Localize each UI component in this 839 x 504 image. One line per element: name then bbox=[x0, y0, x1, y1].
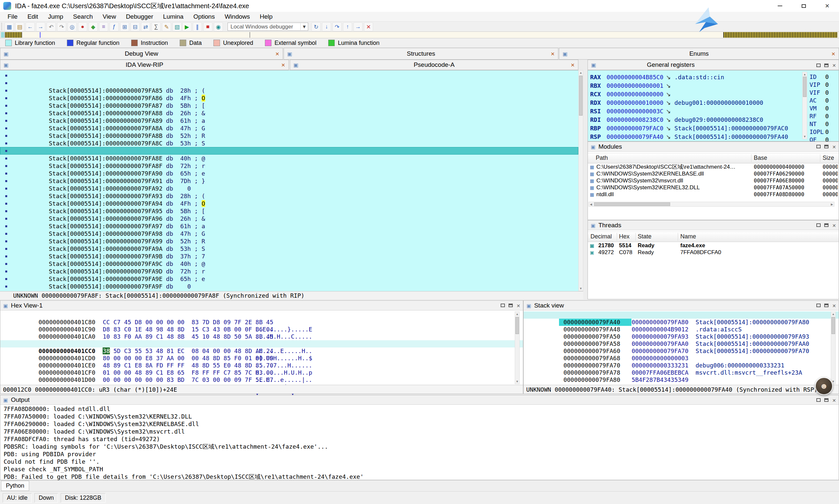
stack-view-title-bar[interactable]: Stack view bbox=[524, 301, 839, 310]
stack-row[interactable]: 000000000079FA700000000000333231debug006… bbox=[524, 355, 839, 362]
toolbar-icon[interactable]: ◆ bbox=[88, 22, 98, 32]
stack-row[interactable]: 000000000079FA50000000000079FA93Stack[00… bbox=[524, 326, 839, 333]
disasm-line[interactable]: Stack[00005514]:000000000079FA91 db 7Dh … bbox=[0, 162, 578, 169]
registers-scrollbar[interactable] bbox=[802, 72, 807, 139]
scrollbar-thumb[interactable] bbox=[579, 76, 583, 115]
hex-row[interactable]: 0000000000401CA010 83 F0 AA 89 C1 48 8B … bbox=[0, 326, 523, 333]
column-header-decimal[interactable]: Decimal bbox=[590, 233, 612, 240]
disasm-line[interactable]: Stack[00005514]:000000000079FA9E db 65h … bbox=[0, 260, 578, 268]
disasm-line[interactable]: Stack[00005514]:000000000079FA8F db 72h … bbox=[0, 147, 578, 155]
toolbar-icon[interactable]: ∑ bbox=[152, 22, 161, 32]
register-value[interactable]: 00000000008238C0 bbox=[606, 115, 666, 124]
toolbar-icon[interactable]: ▧ bbox=[172, 22, 182, 32]
menu-item[interactable]: Lumina bbox=[158, 12, 188, 21]
toolbar-grip[interactable] bbox=[1, 23, 3, 30]
menu-item[interactable]: File bbox=[3, 12, 23, 21]
menu-item[interactable]: Help bbox=[255, 12, 277, 21]
hex-row[interactable]: 0000000000401CE048 89 C1 E8 8A FD FF FF … bbox=[0, 355, 523, 362]
hex-row[interactable]: 0000000000401C80CC C7 45 D8 00 00 00 00 … bbox=[0, 311, 523, 319]
hex-scrollbar[interactable] bbox=[515, 311, 520, 384]
register-row[interactable]: RSI 000000000000003C ↘ bbox=[588, 107, 839, 115]
maximize-panel-icon[interactable] bbox=[816, 304, 821, 307]
close-panel-icon[interactable] bbox=[516, 302, 520, 309]
scrollbar-thumb[interactable] bbox=[515, 317, 519, 334]
menu-item[interactable]: View bbox=[98, 12, 121, 21]
step-toolbar-icon[interactable]: ✕ bbox=[364, 22, 373, 32]
column-header-name[interactable]: Name bbox=[680, 233, 696, 240]
toolbar-icon[interactable]: ⊟ bbox=[131, 22, 140, 32]
close-panel-icon[interactable] bbox=[832, 222, 836, 229]
toolbar-icon[interactable]: ← bbox=[25, 22, 35, 32]
modules-title-bar[interactable]: Modules bbox=[588, 142, 839, 151]
debug-toolbar-icon[interactable]: ▶ bbox=[182, 22, 191, 32]
toolbar-icon[interactable]: ● bbox=[78, 22, 87, 32]
close-view-icon[interactable] bbox=[281, 61, 285, 69]
step-toolbar-icon[interactable]: → bbox=[354, 22, 363, 32]
stack-row[interactable]: 000000000079FA60000000000079FA70Stack[00… bbox=[524, 340, 839, 347]
stack-row[interactable]: 000000000079FA680000000000000003 bbox=[524, 347, 839, 355]
flag-row[interactable]: AC 0 bbox=[809, 96, 829, 105]
stack-row[interactable]: 000000000079FA58000000000079FAA0Stack[00… bbox=[524, 333, 839, 340]
disasm-line[interactable]: Stack[00005514]:000000000079FA89 db 61h … bbox=[0, 102, 578, 109]
disasm-line[interactable]: Stack[00005514]:000000000079FA8C db 53h … bbox=[0, 124, 578, 132]
menu-item[interactable]: Edit bbox=[23, 12, 43, 21]
menu-item[interactable]: Jump bbox=[43, 12, 68, 21]
toolbar-icon[interactable]: ƒ bbox=[109, 22, 119, 32]
debug-toolbar-icon[interactable]: ∥ bbox=[193, 22, 202, 32]
toolbar-icon[interactable]: ⊞ bbox=[120, 22, 129, 32]
disasm-line[interactable]: Stack[00005514]:000000000079FA8A db 47h … bbox=[0, 109, 578, 117]
register-value[interactable]: 0000000000000001 bbox=[606, 82, 666, 90]
close-panel-icon[interactable] bbox=[832, 61, 836, 69]
hex-row[interactable]: 0000000000401D1078 03 00 00 00 00 00 00 … bbox=[0, 376, 523, 383]
disasm-line[interactable]: Stack[00005514]:000000000079FA96 db 26h … bbox=[0, 200, 578, 207]
close-view-icon[interactable] bbox=[831, 50, 835, 57]
thread-row[interactable]: 49272 C078 Ready 7FFA08DFCFA0 bbox=[588, 249, 839, 256]
register-row[interactable]: RDI 00000000008238C0 ↘ debug029:00000000… bbox=[588, 115, 839, 124]
flag-row[interactable]: VIF 0 bbox=[809, 89, 829, 96]
register-value[interactable]: 0000000000010000 bbox=[606, 98, 666, 107]
disasm-line[interactable]: Stack[00005514]:000000000079FA86 db 4Fh … bbox=[0, 79, 578, 87]
command-line-row[interactable]: Python bbox=[0, 480, 839, 491]
thread-row[interactable]: 21780 5514 Ready faze4.exe bbox=[588, 242, 839, 249]
column-header-hex[interactable]: Hex bbox=[619, 233, 630, 240]
stack-scrollbar[interactable] bbox=[831, 311, 836, 384]
toolbar-icon[interactable]: → bbox=[36, 22, 45, 32]
disasm-line[interactable]: Stack[00005514]:000000000079FA8B db 52h … bbox=[0, 117, 578, 124]
toolbar-icon[interactable]: ◎ bbox=[68, 22, 77, 32]
python-interpreter-tab[interactable]: Python bbox=[1, 481, 29, 491]
toolbar-icon[interactable]: ✎ bbox=[162, 22, 171, 32]
flag-row[interactable]: NT 0 bbox=[809, 120, 829, 128]
float-panel-icon[interactable] bbox=[824, 304, 828, 307]
menu-item[interactable]: Debugger bbox=[121, 12, 158, 21]
tab-pseudocode-a[interactable]: Pseudocode-A bbox=[290, 59, 578, 70]
scrollbar-thumb[interactable] bbox=[594, 202, 670, 206]
maximize-panel-icon[interactable] bbox=[816, 223, 821, 227]
close-panel-icon[interactable] bbox=[832, 143, 836, 150]
hex-row[interactable]: 0000000000401C90D8 83 C0 1E 48 98 48 8D … bbox=[0, 319, 523, 326]
disasm-line[interactable]: Stack[00005514]:000000000079FA9F db 0 bbox=[0, 268, 578, 275]
close-view-icon[interactable] bbox=[275, 50, 279, 57]
register-row[interactable]: RCX 0000000000000000 ↘ bbox=[588, 90, 839, 98]
float-panel-icon[interactable] bbox=[824, 64, 828, 67]
minimize-button[interactable] bbox=[768, 0, 792, 12]
step-toolbar-icon[interactable]: ↷ bbox=[332, 22, 342, 32]
register-row[interactable]: RBP 000000000079FAC0 ↘ Stack[00005514]:0… bbox=[588, 124, 839, 133]
flag-row[interactable]: VM 0 bbox=[809, 105, 829, 112]
disasm-line[interactable]: Stack[00005514]:000000000079FA9D db 72h … bbox=[0, 252, 578, 260]
hex-row[interactable]: 0000000000401D0000 00 00 00 00 00 83 BD … bbox=[0, 369, 523, 376]
toolbar-icon[interactable]: ↶ bbox=[47, 22, 56, 32]
register-value[interactable]: 00000000004B85C0 bbox=[606, 73, 666, 82]
module-row[interactable]: ntdll.dll 00007FFA08D80000 000000 bbox=[588, 191, 839, 198]
flag-row[interactable]: RF 0 bbox=[809, 112, 829, 120]
toolbar-icon[interactable]: ↷ bbox=[57, 22, 66, 32]
maximize-panel-icon[interactable] bbox=[816, 145, 821, 148]
disasm-line[interactable]: Stack[00005514]:000000000079FAA0 db 0 bbox=[0, 275, 578, 283]
close-view-icon[interactable] bbox=[570, 61, 575, 69]
register-row[interactable]: RDX 0000000000010000 ↘ debug001:00000000… bbox=[588, 98, 839, 107]
floating-bird-logo[interactable] bbox=[691, 5, 721, 34]
stack-row[interactable]: 000000000079FA40000000000079FA80Stack[00… bbox=[524, 311, 839, 319]
column-header-state[interactable]: State bbox=[638, 233, 651, 240]
disasm-line[interactable]: Stack[00005514]:000000000079FA99 db 52h … bbox=[0, 222, 578, 230]
float-panel-icon[interactable] bbox=[824, 398, 828, 402]
disasm-line[interactable]: Stack[00005514]:000000000079FA9A db 53h … bbox=[0, 230, 578, 237]
